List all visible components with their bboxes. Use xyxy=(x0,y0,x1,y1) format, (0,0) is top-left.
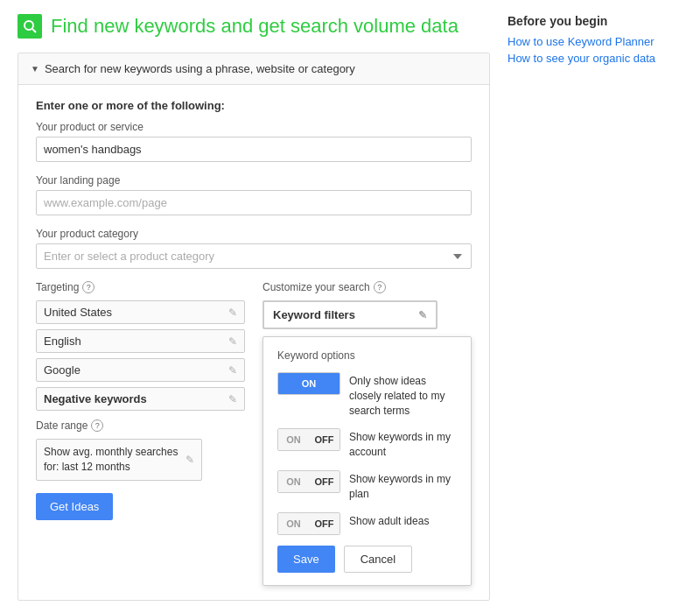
option-text-in-plan: Show keywords in my plan xyxy=(349,470,457,502)
option-text-adult: Show adult ideas xyxy=(349,512,429,529)
customize-column: Customize your search ? Keyword filters … xyxy=(262,281,472,586)
toggle-adult[interactable]: ON OFF xyxy=(277,512,340,535)
date-range-help-icon[interactable]: ? xyxy=(91,419,103,432)
customize-title: Customize your search ? xyxy=(262,281,472,293)
form-label: Enter one or more of the following: xyxy=(36,99,472,112)
page-header: Find new keywords and get search volume … xyxy=(18,14,490,39)
magnifier-icon xyxy=(18,14,42,39)
keyword-options-popup: Keyword options ON Only show ideas close… xyxy=(262,336,472,586)
product-label: Your product or service xyxy=(36,121,472,133)
toggle-in-account[interactable]: ON OFF xyxy=(277,428,340,451)
sidebar-link-organic-data[interactable]: How to see your organic data xyxy=(508,52,682,65)
popup-title: Keyword options xyxy=(277,349,457,362)
toggle-on-label: ON xyxy=(278,373,340,394)
targeting-help-icon[interactable]: ? xyxy=(82,281,94,293)
targeting-column: Targeting ? United States ✎ English ✎ xyxy=(36,281,245,586)
keyword-filters-label: Keyword filters xyxy=(273,308,355,321)
edit-network-icon: ✎ xyxy=(228,364,237,377)
popup-actions: Save Cancel xyxy=(277,546,457,573)
targeting-title: Targeting ? xyxy=(36,281,245,293)
option-text-in-account: Show keywords in my account xyxy=(349,428,457,460)
two-col-layout: Targeting ? United States ✎ English ✎ xyxy=(36,281,472,586)
svg-line-1 xyxy=(32,29,36,32)
sidebar-link-keyword-planner[interactable]: How to use Keyword Planner xyxy=(508,35,682,48)
toggle-on-inactive-plan: ON xyxy=(278,471,309,492)
edit-date-icon: ✎ xyxy=(186,454,194,466)
keyword-filters-edit-icon: ✎ xyxy=(418,309,427,321)
targeting-row-country[interactable]: United States ✎ xyxy=(36,300,245,324)
option-row-closely-related: ON Only show ideas closely related to my… xyxy=(277,372,457,418)
section-body: Enter one or more of the following: Your… xyxy=(18,85,489,600)
keyword-filters-button[interactable]: Keyword filters ✎ xyxy=(262,300,438,329)
edit-language-icon: ✎ xyxy=(228,335,237,348)
cancel-button[interactable]: Cancel xyxy=(344,546,412,573)
sidebar-title: Before you begin xyxy=(508,14,682,28)
targeting-negative-text: Negative keywords xyxy=(44,392,147,405)
category-select[interactable]: Enter or select a product category xyxy=(36,243,472,269)
date-range-box[interactable]: Show avg. monthly searchesfor: last 12 m… xyxy=(36,439,202,481)
targeting-country-text: United States xyxy=(44,306,112,319)
sidebar: Before you begin How to use Keyword Plan… xyxy=(508,14,682,606)
targeting-network-text: Google xyxy=(44,363,80,377)
save-button[interactable]: Save xyxy=(277,546,335,573)
category-label: Your product category xyxy=(36,228,472,240)
product-input[interactable] xyxy=(36,137,472,162)
targeting-row-negative[interactable]: Negative keywords ✎ xyxy=(36,387,245,411)
section-header-text: Search for new keywords using a phrase, … xyxy=(45,62,355,75)
date-range-text: Show avg. monthly searchesfor: last 12 m… xyxy=(44,445,178,475)
search-panel: ▼ Search for new keywords using a phrase… xyxy=(18,53,490,601)
toggle-in-plan[interactable]: ON OFF xyxy=(277,470,340,493)
date-range-section: Date range ? Show avg. monthly searchesf… xyxy=(36,419,245,481)
targeting-language-text: English xyxy=(44,335,81,348)
toggle-closely-related[interactable]: ON xyxy=(277,372,340,395)
targeting-row-network[interactable]: Google ✎ xyxy=(36,358,245,382)
edit-negative-icon: ✎ xyxy=(228,393,237,405)
page-title: Find new keywords and get search volume … xyxy=(51,15,458,38)
option-row-in-account: ON OFF Show keywords in my account xyxy=(277,428,457,460)
landing-label: Your landing page xyxy=(36,174,472,187)
customize-help-icon[interactable]: ? xyxy=(374,281,386,293)
option-text-closely-related: Only show ideas closely related to my se… xyxy=(349,372,457,418)
toggle-on-inactive: ON xyxy=(278,429,309,450)
toggle-off-active-adult: OFF xyxy=(309,513,340,534)
get-ideas-button[interactable]: Get Ideas xyxy=(36,493,113,520)
section-toggle[interactable]: ▼ Search for new keywords using a phrase… xyxy=(18,53,489,85)
targeting-row-language[interactable]: English ✎ xyxy=(36,329,245,353)
landing-field-group: Your landing page xyxy=(36,174,472,215)
toggle-off-active-plan: OFF xyxy=(309,471,340,492)
option-row-adult: ON OFF Show adult ideas xyxy=(277,512,457,535)
collapse-icon: ▼ xyxy=(31,64,39,74)
date-range-title: Date range ? xyxy=(36,419,245,432)
option-row-in-plan: ON OFF Show keywords in my plan xyxy=(277,470,457,502)
product-field-group: Your product or service xyxy=(36,121,472,162)
main-content: Find new keywords and get search volume … xyxy=(18,14,490,606)
toggle-on-inactive-adult: ON xyxy=(278,513,309,534)
category-field-group: Your product category Enter or select a … xyxy=(36,228,472,269)
svg-point-0 xyxy=(24,21,33,30)
edit-country-icon: ✎ xyxy=(228,307,237,319)
landing-input[interactable] xyxy=(36,190,472,215)
toggle-off-active: OFF xyxy=(309,429,340,450)
